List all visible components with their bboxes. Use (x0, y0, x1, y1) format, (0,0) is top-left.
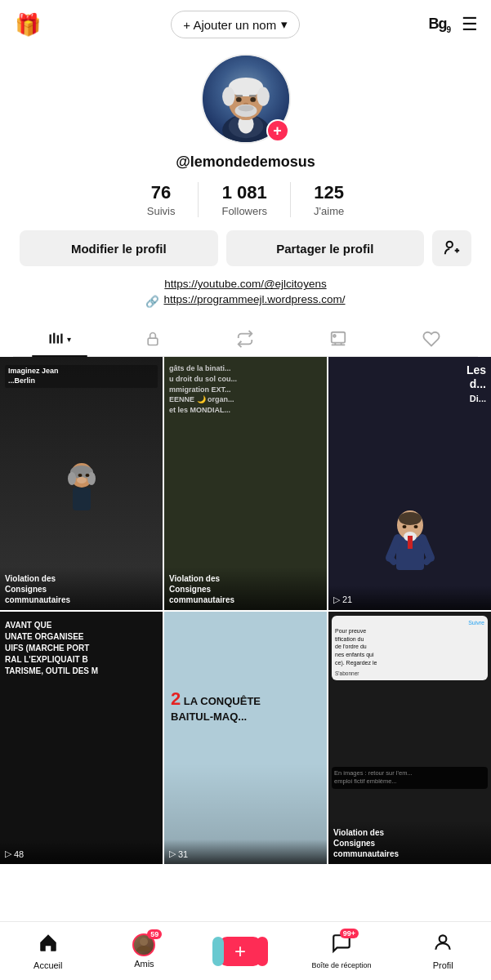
tabs-row: ▾ (13, 322, 478, 357)
notifications-icon[interactable]: Bg9 (428, 16, 450, 34)
video-overlay-4: ▷ 48 (0, 840, 163, 864)
tab-grid[interactable]: ▾ (13, 322, 106, 356)
svg-point-8 (222, 87, 234, 106)
add-button[interactable]: + (219, 937, 261, 966)
wordpress-link[interactable]: https://programmeejl.wordpress.com/ (163, 293, 345, 305)
following-count: 76 (151, 182, 171, 203)
video-thumb-4[interactable]: AVANT QUEUNATE ORGANISEEUIFS (MARCHE POR… (0, 612, 163, 865)
svg-rect-15 (235, 95, 243, 96)
likes-label: J'aime (314, 205, 344, 217)
avatar-container: + (201, 54, 291, 144)
svg-line-47 (390, 558, 394, 562)
nav-friends[interactable]: 59 Amis (119, 933, 168, 969)
add-name-button[interactable]: + Ajouter un nom ▾ (171, 11, 300, 38)
svg-point-39 (399, 512, 422, 525)
likes-count: 125 (314, 182, 344, 203)
svg-point-26 (333, 335, 336, 337)
svg-rect-24 (148, 339, 158, 345)
svg-point-32 (68, 472, 76, 485)
home-icon (38, 932, 59, 958)
svg-point-43 (402, 525, 406, 528)
action-buttons: Modifier le profil Partager le profil (13, 230, 478, 266)
add-avatar-button[interactable]: + (266, 119, 289, 142)
stat-followers[interactable]: 1 081 Followers (199, 182, 291, 217)
tab-private[interactable] (106, 323, 199, 355)
top-bar-right: Bg9 ☰ (428, 14, 478, 35)
menu-icon[interactable]: ☰ (462, 14, 478, 35)
svg-point-11 (250, 97, 256, 102)
video-grid: Imaginez Jean...Berlin Violation desCons… (0, 357, 491, 864)
stat-likes[interactable]: 125 J'aime (291, 182, 367, 217)
inbox-label: Boîte de réception (312, 961, 372, 969)
followers-count: 1 081 (222, 182, 267, 203)
home-label: Accueil (33, 960, 62, 970)
profile-icon (432, 932, 453, 958)
svg-point-10 (235, 97, 241, 102)
svg-point-35 (85, 474, 89, 477)
nav-home[interactable]: Accueil (24, 932, 73, 970)
video-overlay-3: ▷ 21 (328, 586, 491, 610)
tab-liked[interactable] (385, 322, 478, 356)
svg-point-36 (77, 477, 87, 483)
svg-rect-16 (248, 95, 256, 96)
video-thumb-2[interactable]: gâts de la binati...u droit du sol cou..… (164, 357, 327, 610)
bottom-nav: Accueil 59 Amis + 99+ Boîte de réception (0, 921, 491, 980)
violation-label-6: Violation desConsignescommunautaires (333, 827, 486, 859)
violation-label-2: Violation desConsignescommunautaires (169, 573, 322, 605)
svg-rect-37 (73, 488, 91, 510)
svg-point-34 (78, 474, 82, 477)
video-overlay-6: Violation desConsignescommunautaires (328, 821, 491, 864)
video-thumb-5[interactable]: 2 LA CONQUÊTEBAITUL-MAQ... ▷ 31 (164, 612, 327, 865)
tab-tagged[interactable] (292, 322, 385, 356)
svg-line-48 (426, 558, 431, 562)
profile-links: https://youtube.com/@ejlcitoyens 🔗 https… (13, 278, 478, 309)
views-3: ▷ 21 (333, 595, 486, 605)
video-overlay-1: Violation desConsignescommunautaires (0, 567, 163, 610)
video-thumb-3[interactable]: Lesd...Di... ▷ 21 (328, 357, 491, 610)
followers-label: Followers (221, 205, 267, 217)
inbox-icon: 99+ (331, 933, 352, 959)
views-5: ▷ 31 (169, 849, 322, 859)
svg-point-17 (447, 242, 453, 247)
share-profile-button[interactable]: Partager le profil (226, 230, 425, 266)
wordpress-link-container[interactable]: 🔗 https://programmeejl.wordpress.com/ (13, 293, 478, 309)
friends-icon: 59 (132, 933, 155, 956)
nav-add[interactable]: + (216, 937, 265, 966)
tab-repost[interactable] (199, 322, 292, 356)
video-grid-wrapper: Imaginez Jean...Berlin Violation desCons… (0, 357, 491, 929)
video-thumb-6[interactable]: Suivre Pour preuvetification dude l'ordr… (328, 612, 491, 865)
edit-profile-button[interactable]: Modifier le profil (20, 230, 218, 266)
svg-point-49 (140, 938, 148, 946)
svg-rect-42 (408, 536, 413, 549)
nav-profile[interactable]: Profil (418, 932, 467, 970)
video-overlay-5: ▷ 31 (164, 840, 327, 864)
svg-point-9 (257, 87, 269, 106)
svg-point-44 (413, 525, 417, 528)
video-overlay-2: Violation desConsignescommunautaires (164, 567, 327, 610)
stats-row: 76 Suivis 1 081 Followers 125 J'aime (13, 182, 478, 217)
views-4: ▷ 48 (5, 849, 158, 859)
youtube-link[interactable]: https://youtube.com/@ejlcitoyens (13, 278, 478, 290)
top-bar: 🎁 + Ajouter un nom ▾ Bg9 ☰ (0, 0, 491, 46)
gift-icon[interactable]: 🎁 (13, 10, 42, 39)
username: @lemondedemosus (176, 154, 315, 171)
svg-point-50 (440, 935, 447, 942)
profile-section: + @lemondedemosus 76 Suivis 1 081 Follow… (0, 46, 491, 357)
friends-label: Amis (134, 959, 154, 969)
video-thumb-1[interactable]: Imaginez Jean...Berlin Violation desCons… (0, 357, 163, 610)
profile-label: Profil (433, 960, 453, 970)
svg-point-14 (238, 105, 253, 112)
nav-inbox[interactable]: 99+ Boîte de réception (312, 933, 372, 969)
add-friend-button[interactable] (432, 230, 471, 266)
following-label: Suivis (147, 205, 176, 217)
link-icon: 🔗 (145, 295, 159, 308)
violation-label-1: Violation desConsignescommunautaires (5, 573, 158, 605)
stat-following[interactable]: 76 Suivis (124, 182, 199, 217)
